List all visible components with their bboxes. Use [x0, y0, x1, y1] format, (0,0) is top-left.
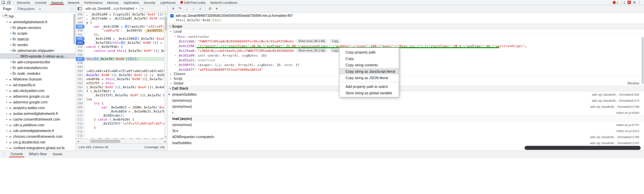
line-number[interactable]: 496: [76, 53, 85, 57]
scope-section-script[interactable]: ▸Script: [168, 76, 644, 81]
tree-item-static-js[interactable]: ▸static/js: [0, 36, 76, 42]
tree-item-cdn-a-yieldlove-com[interactable]: ▸☁cdn-a.yieldlove.com: [0, 122, 76, 128]
tree-item-node-modules[interactable]: ▸node_modules: [0, 70, 76, 76]
tree-expand-arrow-icon[interactable]: ▸: [5, 124, 8, 126]
tree-expand-arrow-icon[interactable]: ▸: [9, 32, 12, 35]
code-line[interactable]: 505f (_0x3778bf) {: [76, 89, 167, 93]
line-number-breakpoint[interactable]: 492: [76, 37, 85, 41]
call-stack-frame-st-e[interactable]: St.eindex.es.js:4112: [168, 128, 644, 134]
panel-tab-performance[interactable]: Performance: [82, 0, 105, 5]
line-number[interactable]: 494: [76, 45, 85, 49]
tree-item-video-naruto-shippuden[interactable]: ▾video/naruto-shippuden: [0, 47, 76, 53]
extension-badge[interactable]: 6: [628, 1, 631, 4]
navigator-kebab-icon[interactable]: ⋮: [70, 7, 76, 11]
editor-vertical-scrollbar[interactable]: ▲ ▼: [164, 12, 167, 139]
drawer-tab-console[interactable]: Console: [7, 151, 26, 157]
drawer-tab-issues[interactable]: Issues: [50, 151, 66, 157]
code-line[interactable]: 508 try {: [76, 101, 167, 105]
line-number[interactable]: 490: [76, 29, 85, 33]
code-line[interactable]: 493 _0x3a7161[this[_0x1a7b('0x80')]] = J…: [76, 41, 167, 45]
code-line[interactable]: 495 return void this[_0x1a7b('0x9f')](_0…: [76, 49, 167, 53]
line-number-breakpoint[interactable]: 493: [76, 41, 85, 45]
line-number[interactable]: 505: [76, 89, 85, 93]
navigator-tab-page[interactable]: Page: [0, 5, 15, 12]
panel-tab-security[interactable]: Security: [141, 0, 157, 5]
line-number[interactable]: 504: [76, 85, 85, 89]
tree-item-3803-episode-1-retour-au-p[interactable]: 3803-episode-1-retour-au-p…: [0, 53, 76, 59]
panel-tab-lighthouse[interactable]: Lighthouse: [158, 0, 178, 5]
step-over-button[interactable]: ↷: [177, 6, 183, 11]
tree-item-player-versions[interactable]: ▸player-versions: [0, 25, 76, 30]
line-number[interactable]: 499: [76, 65, 85, 69]
tree-expand-arrow-icon[interactable]: ▸: [5, 135, 8, 138]
line-number[interactable]: 500: [76, 69, 85, 73]
line-number-breakpoint[interactable]: 489: [76, 25, 85, 29]
code-line[interactable]: 491 });: [76, 33, 167, 37]
panel-tab-elements[interactable]: Elements: [14, 0, 33, 5]
code-line[interactable]: 489 var _0x4c1596 = CryptoJS['\x41\x45\x…: [76, 25, 167, 29]
call-stack-frame-anonymous[interactable]: (anonymous)index.es.js:8737: [168, 122, 644, 128]
tree-expand-arrow-icon[interactable]: ▸: [9, 26, 12, 29]
call-stack-frame-load-async[interactable]: load (async): [168, 116, 644, 122]
inspect-element-button[interactable]: [0, 0, 6, 5]
tree-expand-arrow-icon[interactable]: ▸: [5, 106, 8, 109]
editor-vscroll-thumb[interactable]: [165, 17, 167, 31]
breakpoint-location[interactable]: adn-vjs.1beab484fd732b96d6150e55550565eb…: [176, 14, 293, 18]
code-line[interactable]: 517\x61\x72\x72\x61\x79\x42\x75\x66\x66\…: [76, 138, 167, 139]
panel-tab-editthiscookie[interactable]: EditThisCookie: [178, 0, 208, 5]
line-number[interactable]: 498: [76, 61, 85, 65]
call-stack-frame-anonymous[interactable]: (anonymous)adn-vjs.1beab48…:formatted:17…: [168, 103, 644, 109]
code-line[interactable]: 496: [76, 53, 167, 57]
line-number[interactable]: 491: [76, 33, 85, 37]
tree-expand-arrow-icon[interactable]: ▸: [9, 72, 12, 75]
tree-expand-arrow-icon[interactable]: ▸: [5, 112, 8, 115]
tree-item-choices-consentframework-com[interactable]: ▸☁choices.consentframework.com: [0, 133, 76, 139]
tree-item-animedigitalnetwork-fr[interactable]: ▾☁animedigitalnetwork.fr: [0, 19, 76, 25]
breakpoint-checkbox[interactable]: ✓: [170, 14, 174, 18]
expand-arrow-icon[interactable]: ▸: [174, 54, 177, 57]
call-stack-frame-loadsubtitles[interactable]: loadSubtitlesadn-vjs.1beab48…:formatted:…: [168, 140, 644, 146]
deactivate-breakpoints-button[interactable]: ⊘: [207, 6, 213, 11]
pane-vertical-scrollbar-thumb[interactable]: [642, 37, 644, 84]
tree-expand-arrow-icon[interactable]: ▾: [1, 15, 4, 18]
scroll-right-icon[interactable]: ▶: [163, 140, 167, 142]
scope-property-0x316477[interactable]: _0x316477:"ad741a4384049732fee2f4690a100…: [168, 67, 644, 72]
tree-expand-arrow-icon[interactable]: ▸: [9, 66, 12, 69]
tree-item-top[interactable]: ▾top: [0, 13, 76, 19]
line-number[interactable]: 501: [76, 73, 85, 77]
tree-expand-arrow-icon[interactable]: ▸: [5, 84, 8, 86]
expand-arrow-icon[interactable]: ▸: [174, 63, 177, 66]
line-number[interactable]: 514: [76, 126, 85, 130]
code-line[interactable]: 497this[_0x1a7b('0xdd')]();: [76, 57, 167, 61]
code-line[interactable]: 490 '\x69\x76': _0x599f55_0x599f55 = {$s…: [76, 29, 167, 33]
line-number[interactable]: 507: [76, 97, 85, 101]
step-into-button[interactable]: ↓: [184, 6, 190, 11]
resume-button[interactable]: ⏵: [170, 6, 176, 11]
line-number[interactable]: 515: [76, 130, 85, 134]
code-line[interactable]: 504[_0x1a7b('0x92')][_0x1a7b('0xe4')](_0…: [76, 85, 167, 89]
code-line[interactable]: 498: [76, 61, 167, 65]
line-number[interactable]: 486: [76, 12, 85, 17]
line-number[interactable]: 506: [76, 93, 85, 97]
code-editor[interactable]: 486, _0x341a99 = CryptoJS[_0x1a7b('0xdf'…: [76, 12, 167, 139]
tree-item-ad-impactify-io[interactable]: ▸☁ad.impactify.io: [0, 82, 76, 88]
line-number[interactable]: 512: [76, 118, 85, 122]
device-toolbar-button[interactable]: [6, 0, 12, 5]
menu-item-store-string-as-global-variable[interactable]: Store string as global variable: [339, 90, 399, 96]
editor-horizontal-scrollbar[interactable]: ◀ ▶: [76, 139, 167, 143]
tree-item-widevine-guesser[interactable]: ▸☁Widevine Guesser: [0, 76, 76, 82]
menu-item-copy[interactable]: Copy: [339, 55, 399, 62]
call-stack-frame-r[interactable]: rindex.es.js:8284: [168, 109, 644, 116]
menu-item-copy-property-path[interactable]: Copy property path: [339, 49, 399, 55]
inline-breakpoint-marker[interactable]: [135, 37, 137, 40]
editor-file-tab[interactable]: adn-vjs.1beab48…n.js:formatted ×: [83, 5, 140, 12]
scope-section-global[interactable]: ▸GlobalWindow: [168, 81, 644, 86]
tree-item-cm-g-doubleclick-net[interactable]: ▸☁cm.g.doubleclick.net: [0, 139, 76, 145]
scroll-left-icon[interactable]: ◀: [76, 140, 80, 142]
step-out-button[interactable]: ↑: [190, 6, 196, 11]
line-number[interactable]: 517: [76, 138, 85, 139]
tree-expand-arrow-icon[interactable]: ▸: [5, 147, 8, 149]
panel-tab-network[interactable]: Network: [65, 0, 82, 5]
line-number[interactable]: 488: [76, 21, 85, 25]
code-line[interactable]: 499: [76, 65, 167, 69]
